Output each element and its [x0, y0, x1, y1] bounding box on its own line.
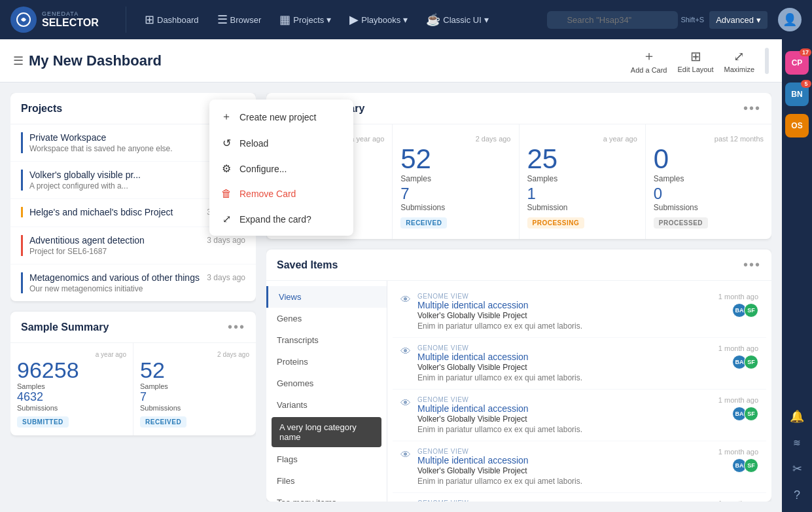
scissors-icon[interactable]: ✂ [785, 457, 809, 481]
project-name: Private Workspace [29, 132, 106, 143]
sample-summary-bottom-header: Sample Summary ••• [10, 312, 256, 343]
saved-item-name-1[interactable]: Multiple identical accession [417, 352, 582, 362]
small-stat-card-0: a year ago 96258 Samples 4632 Submission… [10, 343, 133, 435]
add-card-label: Add a Card [631, 66, 667, 74]
search-input[interactable] [547, 11, 678, 29]
configure-icon: ⚙ [220, 162, 233, 175]
saved-tab-category-long[interactable]: A very long category name [272, 417, 381, 447]
add-card-button[interactable]: ＋ Add a Card [631, 47, 667, 74]
notifications-icon[interactable]: 🔔 [785, 405, 809, 428]
saved-item-desc-3: Enim in pariatur ullamco ex ex qui amet … [417, 477, 582, 486]
project-header-row: Adventitious agent detection 3 days ago [29, 235, 245, 246]
nav-classic-ui[interactable]: ☕ Classic UI ▾ [418, 7, 497, 32]
nav-playbooks[interactable]: ▶ Playbooks ▾ [342, 7, 415, 32]
saved-item-info-0: GENOME VIEW Multiple identical accession… [417, 293, 582, 331]
user-avatar-cp[interactable]: CP 17 [785, 51, 809, 75]
sample-summary-bottom-menu[interactable]: ••• [228, 320, 245, 335]
nav-projects[interactable]: ▦ Projects ▾ [272, 7, 339, 32]
project-desc: A project configured with a... [29, 181, 200, 191]
hamburger-menu[interactable]: ☰ [13, 54, 24, 68]
saved-item-name-2[interactable]: Multiple identical accession [417, 403, 582, 414]
stat-num-3: 0 [654, 145, 764, 173]
stat-sub-label-1: Submissions [400, 203, 510, 212]
saved-item-date-1: 1 month ago [718, 344, 758, 352]
project-desc: Our new metagenomics initiative [29, 284, 200, 293]
small-stat-card-1: 2 days ago 52 Samples 7 Submissions RECE… [133, 343, 256, 435]
reload-icon: ↺ [220, 137, 233, 149]
saved-tab-genes[interactable]: Genes [266, 308, 387, 329]
list-item: 👁 GENOME VIEW Multiple identical accessi… [393, 338, 766, 390]
context-menu-expand[interactable]: ⤢ Expand the card? [209, 206, 353, 232]
avatar-group-0: BA SF [732, 303, 758, 318]
list-item: 👁 GENOME VIEW Multiple identical accessi… [393, 390, 766, 441]
avatar-initials-bn: BN [791, 90, 802, 99]
logo: Genedata SELECTOR [10, 7, 115, 33]
context-menu-remove-card[interactable]: 🗑 Remove Card [209, 181, 353, 206]
saved-tab-files[interactable]: Files [266, 470, 387, 492]
top-nav: Genedata SELECTOR ⊞ Dashboard ☰ Browser … [0, 0, 812, 39]
maximize-label: Maximize [724, 65, 754, 73]
nav-browser[interactable]: ☰ Browser [209, 7, 270, 32]
saved-content: 👁 GENOME VIEW Multiple identical accessi… [387, 281, 771, 502]
small-stat-sublabel-1: Submissions [140, 404, 249, 412]
create-project-icon: ＋ [220, 110, 233, 124]
stat-sub-label-3: Submissions [654, 203, 764, 212]
stat-label-1: Samples [400, 174, 510, 183]
nav-dashboard[interactable]: ⊞ Dashboard [137, 7, 207, 32]
saved-item-info-2: GENOME VIEW Multiple identical accession… [417, 396, 582, 434]
nav-dashboard-label: Dashboard [157, 15, 199, 25]
saved-tab-flags[interactable]: Flags [266, 448, 387, 470]
table-row[interactable]: Metagenomics and various of other things… [10, 265, 256, 301]
saved-tab-genomes[interactable]: Genomes [266, 373, 387, 394]
nav-browser-label: Browser [230, 15, 262, 25]
stat-badge-received: RECEIVED [400, 217, 447, 229]
project-date: 3 days ago [207, 273, 245, 282]
dashboard-icon: ⊞ [145, 12, 154, 27]
context-menu-create-project[interactable]: ＋ Create new project [209, 103, 353, 130]
context-menu-reload[interactable]: ↺ Reload [209, 130, 353, 156]
stat-ago-3: past 12 months [654, 135, 764, 143]
saved-item-desc-2: Enim in pariatur ullamco ex ex qui amet … [417, 425, 582, 434]
user-avatar-os[interactable]: OS [785, 114, 809, 137]
saved-item-name-0[interactable]: Multiple identical accession [417, 300, 582, 310]
nav-playbooks-label: Playbooks [361, 15, 400, 25]
edit-layout-button[interactable]: ⊞ Edit Layout [678, 48, 714, 73]
small-stat-sublabel-0: Submissions [17, 404, 126, 412]
saved-item-type-1: GENOME VIEW [417, 344, 582, 352]
breadcrumb-actions: ＋ Add a Card ⊞ Edit Layout ⤢ Maximize [631, 47, 769, 74]
signal-icon[interactable]: ≋ [785, 431, 809, 454]
logo-circle [10, 7, 37, 33]
avatar-initials-os: OS [791, 121, 802, 130]
maximize-button[interactable]: ⤢ Maximize [724, 48, 754, 73]
sample-summary-top-menu[interactable]: ••• [743, 101, 761, 116]
saved-items-menu[interactable]: ••• [743, 257, 761, 272]
stat-badge-0: SUBMITTED [17, 416, 69, 428]
project-header-row: Metagenomics and various of other things… [29, 272, 245, 283]
browser-icon: ☰ [217, 12, 228, 27]
saved-item-project-3: Volker's Globally Visible Project [417, 466, 582, 475]
stat-sub-num-1: 7 [400, 185, 510, 203]
avatar-initials-cp: CP [792, 58, 803, 67]
remove-card-icon: 🗑 [220, 188, 233, 200]
saved-item-type-2: GENOME VIEW [417, 396, 582, 403]
saved-tab-too-many[interactable]: Too many items [266, 492, 387, 502]
saved-item-desc-0: Enim in pariatur ullamco ex ex qui amet … [417, 321, 582, 331]
nav-projects-label: Projects [293, 15, 324, 25]
stat-label-3: Samples [654, 174, 764, 183]
saved-tab-proteins[interactable]: Proteins [266, 351, 387, 373]
logo-text: Genedata SELECTOR [42, 10, 99, 29]
user-avatar-main[interactable]: 👤 [778, 8, 802, 31]
main-layout: ☰ My New Dashboard ＋ Add a Card ⊞ Edit L… [0, 39, 812, 512]
context-menu-configure[interactable]: ⚙ Configure... [209, 156, 353, 181]
saved-item-date-2: 1 month ago [718, 396, 758, 404]
saved-tab-transcripts[interactable]: Transcripts [266, 329, 387, 351]
help-icon[interactable]: ? [785, 483, 809, 507]
advanced-button[interactable]: Advanced ▾ [709, 11, 768, 29]
saved-tab-views[interactable]: Views [266, 286, 387, 308]
saved-item-name-3[interactable]: Multiple identical accession [417, 455, 582, 466]
user-avatar-bn[interactable]: BN 5 [785, 82, 809, 106]
expand-icon: ⤢ [220, 213, 233, 225]
genome-view-icon-1: 👁 [400, 346, 411, 357]
saved-tab-variants[interactable]: Variants [266, 394, 387, 416]
saved-item-info-3: GENOME VIEW Multiple identical accession… [417, 448, 582, 486]
